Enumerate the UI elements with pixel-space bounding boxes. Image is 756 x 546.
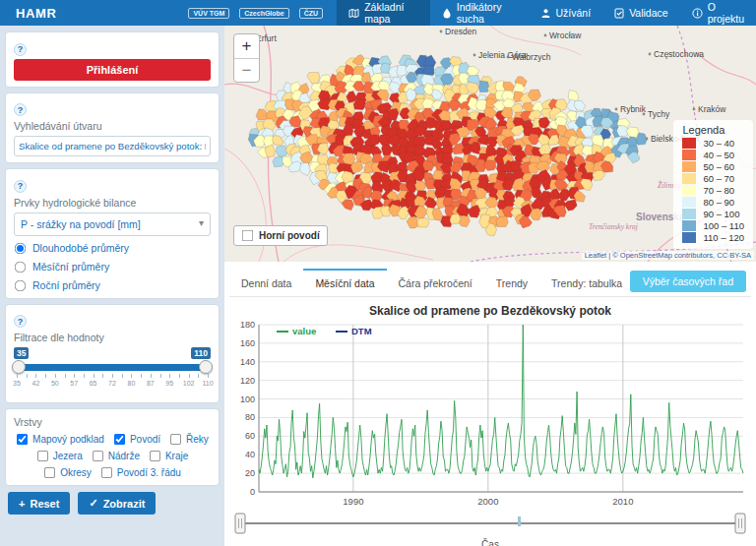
nav-item-validation[interactable]: Validace (602, 0, 680, 26)
layer-checkbox-item[interactable]: Povodí (113, 433, 160, 446)
checkbox-input[interactable] (44, 467, 55, 478)
time-range-slider[interactable] (229, 512, 751, 537)
zoom-out-button[interactable]: − (234, 58, 259, 82)
catchment-cell[interactable] (423, 65, 435, 75)
show-button[interactable]: ✓ Zobrazit (78, 492, 156, 515)
checkbox-input[interactable] (101, 467, 112, 478)
select-timeseries-button[interactable]: Výběr časových řad (630, 271, 746, 292)
partner-logo: CzechGlobe (239, 8, 288, 19)
slider-tick (94, 374, 94, 378)
balance-select[interactable]: P - srážky na povodí [mm] ▾ (14, 212, 211, 236)
timeline-marker (518, 516, 521, 526)
slider-handle-right[interactable] (199, 360, 213, 374)
upper-basin-toggle[interactable]: Horní povodí (233, 225, 328, 246)
svg-text:180: 180 (240, 320, 255, 330)
help-icon[interactable]: ? (14, 43, 27, 56)
svg-text:0: 0 (250, 487, 255, 497)
slider-track[interactable] (17, 364, 208, 371)
reset-button[interactable]: + Reset (8, 492, 70, 515)
catchment-cell[interactable] (388, 108, 399, 120)
checkbox-input[interactable] (93, 451, 103, 461)
catchment-cell[interactable] (478, 81, 488, 92)
chart-tab-5[interactable]: Trendy: tabulka (539, 269, 634, 296)
search-input[interactable] (14, 136, 211, 156)
catchment-cell[interactable] (626, 127, 639, 138)
map-panel[interactable]: ErfurtDresdenWrocławJelenia GóraWałbrzyc… (224, 26, 756, 262)
catchment-cell[interactable] (350, 161, 363, 173)
layer-checkbox-item[interactable]: Nádrže (92, 450, 140, 462)
averages-radio[interactable]: Dlouhodobé průměry (14, 242, 211, 255)
slider-tick-label: 42 (32, 380, 39, 387)
catchment-cell[interactable] (448, 100, 461, 111)
help-icon[interactable]: ? (14, 103, 27, 116)
svg-text:40: 40 (245, 450, 255, 459)
svg-text:120: 120 (240, 376, 255, 386)
averages-radio[interactable]: Měsíční průměry (14, 261, 211, 273)
legend-range-label: 110 – 120 (703, 232, 744, 243)
legend-color-swatch (682, 185, 696, 196)
slider-min-badge: 35 (14, 347, 29, 359)
catchment-cell[interactable] (593, 170, 605, 180)
catchment-cell[interactable] (422, 160, 433, 170)
app-logo[interactable]: HAMR (0, 6, 72, 21)
map-attribution[interactable]: Leaflet | © OpenStreetMap contributors, … (582, 251, 754, 260)
info-icon (692, 8, 703, 19)
layer-checkbox-item[interactable]: Okresy (43, 466, 92, 479)
averages-radio[interactable]: Roční průměry (14, 279, 211, 292)
x-axis-label: Čas (229, 539, 751, 546)
layer-label: Jezera (53, 451, 83, 461)
partner-logo: VÚV TGM (188, 8, 229, 19)
slider-tick-label: 80 (127, 380, 135, 387)
checkbox-input[interactable] (170, 434, 181, 445)
nav-item-map[interactable]: Základní mapa (337, 0, 430, 26)
layers-card: Vrstvy Mapový podkladPovodíŘekyJezeraNád… (6, 409, 219, 485)
layer-checkbox-item[interactable]: Povodí 3. řádu (100, 466, 181, 479)
radio-input[interactable] (15, 279, 27, 291)
checkbox-input[interactable] (114, 434, 125, 445)
chart-tab-1[interactable]: Denní data (229, 269, 303, 296)
legend-color-swatch (682, 232, 696, 243)
catchment-cell[interactable] (307, 73, 320, 85)
catchment-cell[interactable] (496, 216, 508, 227)
checkbox-input[interactable] (150, 451, 160, 461)
catchment-cell[interactable] (468, 206, 480, 218)
zoom-in-button[interactable]: + (234, 34, 259, 58)
catchment-cell[interactable] (538, 117, 550, 129)
city-dot (643, 113, 646, 116)
city-label: Dresden (445, 27, 476, 36)
layer-checkbox-item[interactable]: Řeky (169, 433, 209, 446)
timeline-handle-right[interactable] (735, 514, 745, 533)
layer-checkbox-item[interactable]: Kraje (149, 450, 188, 462)
svg-text:20: 20 (245, 468, 255, 478)
radio-input[interactable] (15, 261, 27, 273)
plus-icon: + (19, 498, 25, 510)
catchment-cell[interactable] (483, 160, 496, 171)
help-icon[interactable]: ? (14, 180, 27, 193)
slider-tick-label: 102 (183, 380, 195, 387)
help-icon[interactable]: ? (14, 315, 27, 328)
catchment-cell[interactable] (417, 218, 430, 227)
login-button[interactable]: Přihlášení (14, 59, 211, 81)
checkbox-input[interactable] (37, 451, 48, 461)
radio-input[interactable] (15, 242, 27, 254)
slider-tick (208, 374, 209, 378)
chart-tab-3[interactable]: Čára překročení (387, 269, 484, 296)
nav-item-droplet[interactable]: Indikátory sucha (430, 0, 529, 26)
layer-checkbox-item[interactable]: Mapový podklad (16, 433, 104, 446)
basemap-road (224, 84, 285, 95)
city-label: Częstochowa (654, 49, 704, 59)
catchment-cell[interactable] (538, 144, 550, 154)
svg-text:2010: 2010 (612, 496, 633, 507)
chart-tab-4[interactable]: Trendy (484, 269, 539, 296)
chart-tab-2[interactable]: Měsíční data (303, 269, 386, 296)
legend-color-swatch (682, 220, 696, 231)
checkbox-input[interactable] (17, 434, 28, 445)
nav-item-info[interactable]: O projektu (680, 0, 756, 26)
balance-label: Prvky hydrologické bilance (14, 197, 211, 209)
timeline-handle-left[interactable] (235, 514, 245, 533)
nav-item-users[interactable]: Užívání (529, 0, 603, 26)
catchment-cell[interactable] (564, 200, 577, 211)
slider-handle-left[interactable] (12, 360, 26, 374)
layer-checkbox-item[interactable]: Jezera (36, 450, 83, 462)
upper-basin-checkbox[interactable] (242, 230, 254, 242)
